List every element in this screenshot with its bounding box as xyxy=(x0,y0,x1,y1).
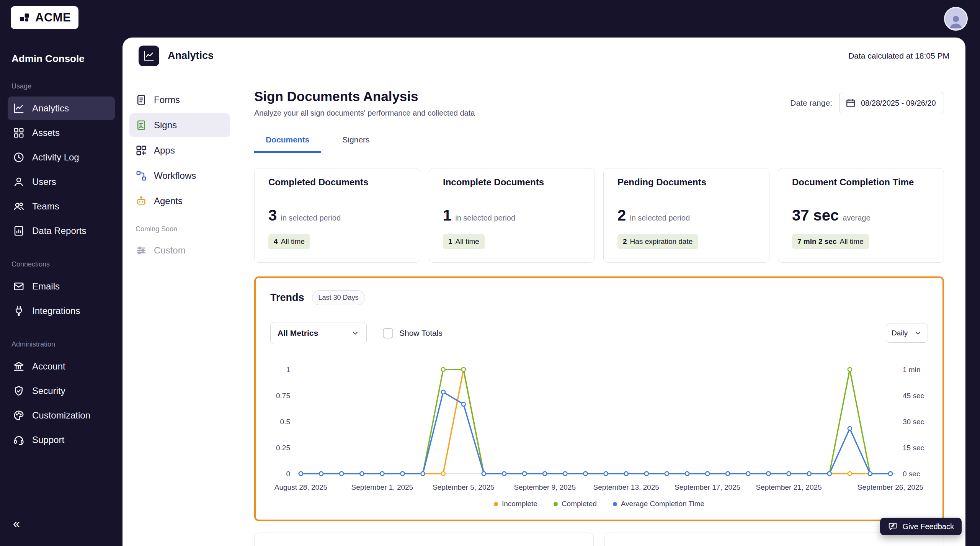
stat-card-title: Document Completion Time xyxy=(778,168,944,196)
subnav-items: Forms Signs Apps Workflows Agents xyxy=(129,88,230,213)
sidebar-item-support[interactable]: Support xyxy=(8,428,115,452)
grid-icon xyxy=(13,127,24,139)
svg-text:0 sec: 0 sec xyxy=(903,470,920,478)
partial-card xyxy=(254,533,594,546)
tab-signers[interactable]: Signers xyxy=(331,135,381,153)
shield-icon xyxy=(13,385,24,397)
stat-card-completed-documents: Completed Documents 3 in selected period… xyxy=(254,168,420,263)
chevron-down-icon xyxy=(914,329,922,337)
granularity-select[interactable]: Daily xyxy=(886,324,928,343)
trends-line-chart: 00.250.50.7510 sec15 sec30 sec45 sec1 mi… xyxy=(270,360,928,496)
page-title: Sign Documents Analysis xyxy=(254,89,475,104)
stat-value: 37 sec xyxy=(792,207,839,224)
date-range-value: 08/28/2025 - 09/26/20 xyxy=(861,99,936,108)
user-avatar[interactable] xyxy=(944,7,968,31)
stat-value-suffix: in selected period xyxy=(630,214,690,222)
subnav-item-label: Signs xyxy=(154,120,177,131)
content: Sign Documents Analysis Analyze your all… xyxy=(237,74,965,546)
give-feedback-label: Give Feedback xyxy=(902,522,954,531)
sidebar-item-label: Emails xyxy=(32,281,60,292)
legend-item-completed[interactable]: Completed xyxy=(554,500,597,508)
legend-label: Completed xyxy=(562,500,597,508)
svg-text:45 sec: 45 sec xyxy=(903,392,924,400)
stat-card-incomplete-documents: Incomplete Documents 1 in selected perio… xyxy=(429,168,595,263)
sidebar-item-data-reports[interactable]: Data Reports xyxy=(8,219,115,243)
legend-item-incomplete[interactable]: Incomplete xyxy=(494,500,537,508)
svg-text:0: 0 xyxy=(286,470,290,478)
subnav-item-label: Workflows xyxy=(154,170,196,181)
sidebar-collapse-button[interactable]: « xyxy=(13,517,20,531)
subnav-item-label: Agents xyxy=(154,196,183,206)
calendar-icon xyxy=(846,98,856,108)
chart-area: 00.250.50.7510 sec15 sec30 sec45 sec1 mi… xyxy=(270,360,928,496)
stat-badge-value: 7 min 2 sec xyxy=(797,237,836,246)
stat-badge-label: All time xyxy=(281,237,305,246)
sidebar-item-label: Security xyxy=(32,386,65,396)
main-panel: Analytics Data calculated at 18:05 PM Fo… xyxy=(122,38,965,546)
tab-documents[interactable]: Documents xyxy=(254,135,321,153)
sidebar-item-label: Assets xyxy=(32,128,60,138)
legend-item-average-completion-time[interactable]: Average Completion Time xyxy=(613,500,704,508)
svg-text:15 sec: 15 sec xyxy=(903,444,924,452)
subnav-item-forms[interactable]: Forms xyxy=(129,88,230,112)
sidebar-item-label: Data Reports xyxy=(32,226,86,236)
sidebar-item-label: Integrations xyxy=(32,306,80,316)
stat-card-pending-documents: Pending Documents 2 in selected period 2… xyxy=(603,168,769,263)
coming-soon-label: Coming Soon xyxy=(136,225,224,233)
subnav-item-label: Forms xyxy=(154,95,180,105)
stat-card-title: Incomplete Documents xyxy=(429,168,595,196)
stat-value-suffix: in selected period xyxy=(455,214,515,222)
sidebar-item-assets[interactable]: Assets xyxy=(8,121,115,145)
trends-title: Trends xyxy=(270,292,304,304)
tabs: DocumentsSigners xyxy=(254,135,944,153)
svg-text:September 9, 2025: September 9, 2025 xyxy=(514,483,576,491)
analytics-header-icon xyxy=(139,46,159,66)
sidebar-item-label: Analytics xyxy=(32,103,69,114)
stat-badge-label: Has expiration date xyxy=(630,237,693,246)
svg-text:0.25: 0.25 xyxy=(276,444,290,452)
svg-text:0.5: 0.5 xyxy=(280,418,290,426)
subnav-item-workflows[interactable]: Workflows xyxy=(129,164,230,188)
sidebar-item-security[interactable]: Security xyxy=(8,379,115,403)
sidebar-item-emails[interactable]: Emails xyxy=(8,275,115,298)
sidebar-item-label: Users xyxy=(32,177,56,187)
stat-badge-label: All time xyxy=(840,237,863,246)
subnav-item-custom[interactable]: Custom xyxy=(129,239,230,262)
date-range-label: Date range: xyxy=(790,98,832,108)
sidebar-item-integrations[interactable]: Integrations xyxy=(8,299,115,323)
sidebar-item-users[interactable]: Users xyxy=(8,170,115,194)
data-calculated-at: Data calculated at 18:05 PM xyxy=(848,51,949,60)
sidebar-section-label-connections: Connections xyxy=(8,260,115,268)
apps-icon xyxy=(136,145,147,156)
metric-select-value: All Metrics xyxy=(278,329,318,338)
date-range-input[interactable]: 08/28/2025 - 09/26/20 xyxy=(839,92,944,114)
svg-text:0.75: 0.75 xyxy=(276,392,290,400)
show-totals-checkbox[interactable] xyxy=(383,328,393,338)
stat-card-document-completion-time: Document Completion Time 37 sec average … xyxy=(778,168,944,263)
stat-value-suffix: average xyxy=(843,214,870,222)
subnav-item-agents[interactable]: Agents xyxy=(129,189,230,213)
stat-badge-value: 1 xyxy=(448,237,452,246)
report-icon xyxy=(13,225,24,237)
give-feedback-button[interactable]: Give Feedback xyxy=(880,518,962,535)
sidebar-item-analytics[interactable]: Analytics xyxy=(8,96,115,120)
sidebar-item-label: Account xyxy=(32,361,65,372)
plug-icon xyxy=(13,305,24,317)
sidebar-item-account[interactable]: Account xyxy=(8,355,115,378)
sign-doc-icon xyxy=(136,119,147,131)
legend-dot xyxy=(494,502,498,506)
subnav-item-apps[interactable]: Apps xyxy=(129,139,230,162)
sidebar-item-customization[interactable]: Customization xyxy=(8,404,115,427)
user-icon xyxy=(13,176,24,188)
acme-logo[interactable]: ACME xyxy=(11,6,78,29)
metric-select[interactable]: All Metrics xyxy=(270,322,367,344)
svg-text:1: 1 xyxy=(286,366,290,374)
trends-card: Trends Last 30 Days All Metrics Show Tot… xyxy=(254,276,944,521)
feedback-chat-icon xyxy=(888,521,898,531)
clock-icon xyxy=(13,152,24,163)
show-totals-label: Show Totals xyxy=(399,329,443,338)
subnav-item-signs[interactable]: Signs xyxy=(129,113,230,137)
sidebar-item-activity-log[interactable]: Activity Log xyxy=(8,145,115,169)
sidebar-title: Admin Console xyxy=(8,53,115,65)
sidebar-item-teams[interactable]: Teams xyxy=(8,195,115,218)
